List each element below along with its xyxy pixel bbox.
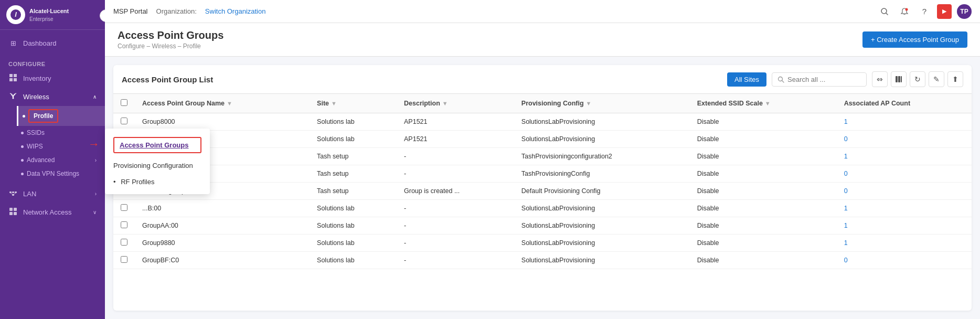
network-access-icon — [8, 207, 18, 217]
breadcrumb-wireless[interactable]: Wireless — [152, 42, 176, 50]
row-checkbox-cell[interactable] — [113, 113, 135, 131]
row-ap-count-cell[interactable]: 0 — [837, 252, 972, 269]
sidebar-item-wireless[interactable]: Wireless ∧ — [0, 88, 105, 106]
sidebar-item-datavpn[interactable]: Data VPN Settings — [17, 167, 105, 180]
svg-rect-2 — [9, 74, 13, 77]
edit-icon-btn[interactable]: ✎ — [929, 71, 944, 87]
ssid-filter-icon[interactable]: ▼ — [765, 100, 771, 107]
row-checkbox-cell[interactable] — [113, 235, 135, 252]
create-ap-group-button[interactable]: + Create Access Point Group — [862, 31, 967, 48]
svg-line-21 — [782, 81, 784, 82]
svg-rect-7 — [9, 192, 12, 193]
wireless-chevron-icon: ∧ — [93, 94, 97, 100]
help-icon-btn[interactable]: ? — [917, 4, 932, 19]
row-checkbox-6[interactable] — [121, 221, 127, 228]
switch-org-link[interactable]: Switch Organization — [205, 7, 266, 15]
table-row: GroupBF:C0 Solutions lab - SolutionsLabP… — [113, 252, 972, 269]
sidebar-item-profile[interactable]: Profile — [17, 106, 105, 126]
export-icon-btn[interactable]: ⬆ — [947, 71, 963, 87]
row-checkbox-8[interactable] — [121, 256, 127, 263]
row-site-cell: Solutions lab — [310, 252, 397, 269]
sidebar-wireless-label: Wireless — [23, 93, 49, 101]
row-ap-count-cell[interactable]: 0 — [837, 183, 972, 200]
row-ap-count-cell[interactable]: 1 — [837, 148, 972, 165]
sidebar-item-network-access[interactable]: Network Access ∨ — [0, 203, 105, 221]
row-checkbox-5[interactable] — [121, 204, 127, 211]
row-prov-cell: SolutionsLabProvisioning — [514, 235, 690, 252]
table-row: ...device group Tash setup Group is crea… — [113, 183, 972, 200]
columns-icon-btn[interactable] — [891, 71, 907, 87]
dropdown-item-ap-groups[interactable]: Access Point Groups — [105, 133, 210, 157]
table-toolbar: Access Point Group List All Sites ⇔ ↻ ✎ … — [113, 65, 972, 94]
dropdown-item-provisioning[interactable]: Provisioning Configuration — [105, 157, 210, 174]
col-header-name: Access Point Group Name ▼ — [135, 94, 310, 113]
site-filter-icon[interactable]: ▼ — [331, 100, 337, 107]
row-site-cell: Tash setup — [310, 148, 397, 165]
profile-dropdown-menu: Access Point Groups Provisioning Configu… — [105, 129, 210, 194]
select-all-checkbox[interactable] — [121, 99, 127, 106]
sidebar-section-bottom: LAN › Network Access ∨ — [0, 185, 105, 221]
row-desc-cell: - — [397, 235, 514, 252]
name-filter-icon[interactable]: ▼ — [227, 100, 232, 107]
sidebar-datavpn-label: Data VPN Settings — [27, 170, 79, 177]
prov-filter-icon[interactable]: ▼ — [586, 100, 592, 107]
row-ap-count-cell[interactable]: 1 — [837, 235, 972, 252]
msp-portal-link[interactable]: MSP Portal — [113, 7, 148, 15]
sidebar-advanced-label: Advanced — [27, 156, 55, 164]
sidebar-lan-label: LAN — [23, 190, 36, 198]
select-all-header[interactable] — [113, 94, 135, 113]
row-prov-cell: TashProvisioningconfiguration2 — [514, 148, 690, 165]
svg-rect-23 — [898, 76, 900, 82]
logo-icon: l — [6, 5, 25, 24]
profile-dot-icon — [23, 115, 25, 118]
sidebar-item-inventory[interactable]: Inventory — [0, 69, 105, 88]
svg-line-18 — [886, 13, 888, 15]
datavpn-dot-icon — [21, 173, 24, 175]
collapse-icon-btn[interactable]: ⇔ — [872, 71, 888, 87]
rf-profiles-bullet: • — [113, 178, 116, 186]
row-prov-cell: Default Provisioning Config — [514, 183, 690, 200]
search-box — [772, 72, 867, 87]
col-header-provisioning: Provisioning Config ▼ — [514, 94, 690, 113]
advanced-dot-icon — [21, 159, 24, 162]
sidebar-ssids-label: SSIDs — [27, 129, 45, 136]
row-checkbox-7[interactable] — [121, 239, 127, 246]
search-input[interactable] — [787, 76, 861, 83]
desc-filter-icon[interactable]: ▼ — [442, 100, 448, 107]
user-avatar[interactable]: TP — [957, 4, 972, 19]
row-ssid-cell: Disable — [690, 183, 837, 200]
svg-point-19 — [906, 8, 908, 10]
sidebar-item-advanced[interactable]: Advanced › — [17, 153, 105, 167]
row-ap-count-cell[interactable]: 1 — [837, 200, 972, 217]
search-icon-btn[interactable] — [877, 4, 892, 19]
refresh-icon-btn[interactable]: ↻ — [910, 71, 925, 87]
rf-profiles-label: RF Profiles — [121, 178, 154, 186]
sidebar: l Alcatel·Lucent Enterprise ‹ ⊞ Dashboar… — [0, 0, 105, 319]
row-site-cell: Solutions lab — [310, 200, 397, 217]
col-header-description: Description ▼ — [397, 94, 514, 113]
top-bar: MSP Portal Organization: Switch Organiza… — [105, 0, 980, 23]
row-site-cell: Solutions lab — [310, 131, 397, 148]
sidebar-item-dashboard[interactable]: ⊞ Dashboard — [0, 35, 105, 51]
notification-icon-btn[interactable] — [897, 4, 912, 19]
row-checkbox-cell[interactable] — [113, 217, 135, 235]
row-prov-cell: SolutionsLabProvisioning — [514, 131, 690, 148]
youtube-icon-btn[interactable]: ▶ — [937, 4, 952, 19]
row-checkbox-0[interactable] — [121, 118, 127, 124]
row-ap-count-cell[interactable]: 1 — [837, 217, 972, 235]
breadcrumb-configure[interactable]: Configure — [118, 42, 145, 50]
row-ap-count-cell[interactable]: 0 — [837, 131, 972, 148]
sidebar-item-lan[interactable]: LAN › — [0, 185, 105, 203]
row-checkbox-cell[interactable] — [113, 200, 135, 217]
ap-groups-link[interactable]: Access Point Groups — [113, 137, 201, 153]
breadcrumb-profile[interactable]: Profile — [183, 42, 201, 50]
row-checkbox-cell[interactable] — [113, 252, 135, 269]
svg-rect-22 — [896, 76, 898, 82]
row-ssid-cell: Disable — [690, 148, 837, 165]
row-name-cell: GroupBF:C0 — [135, 252, 310, 269]
all-sites-button[interactable]: All Sites — [727, 72, 766, 87]
dropdown-item-rf-profiles[interactable]: • RF Profiles — [105, 174, 210, 190]
row-ap-count-cell[interactable]: 1 — [837, 113, 972, 131]
row-ap-count-cell[interactable]: 0 — [837, 165, 972, 183]
row-site-cell: Solutions lab — [310, 217, 397, 235]
